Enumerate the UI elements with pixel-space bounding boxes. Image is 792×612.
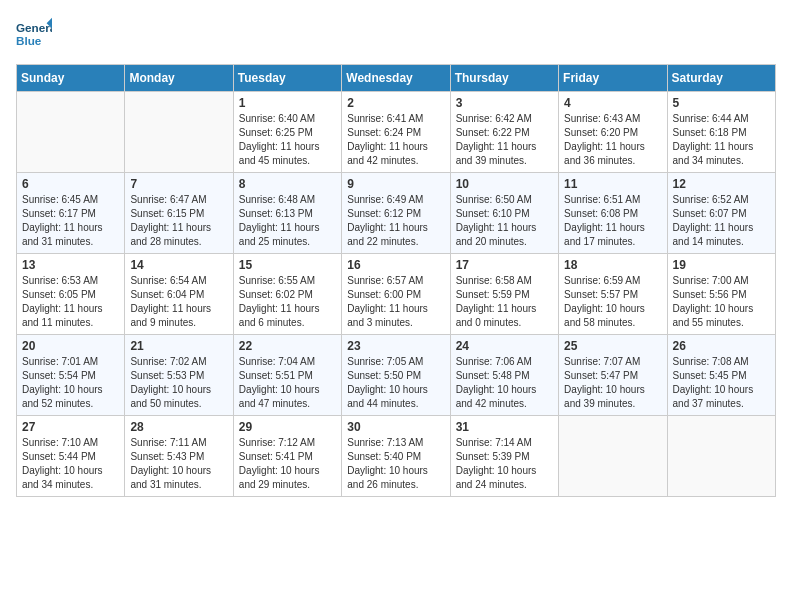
day-number: 27 bbox=[22, 420, 119, 434]
day-number: 5 bbox=[673, 96, 770, 110]
day-info: Sunrise: 6:41 AM Sunset: 6:24 PM Dayligh… bbox=[347, 112, 444, 168]
calendar-cell: 8Sunrise: 6:48 AM Sunset: 6:13 PM Daylig… bbox=[233, 173, 341, 254]
day-info: Sunrise: 6:44 AM Sunset: 6:18 PM Dayligh… bbox=[673, 112, 770, 168]
calendar-cell: 9Sunrise: 6:49 AM Sunset: 6:12 PM Daylig… bbox=[342, 173, 450, 254]
day-number: 6 bbox=[22, 177, 119, 191]
day-info: Sunrise: 6:40 AM Sunset: 6:25 PM Dayligh… bbox=[239, 112, 336, 168]
day-info: Sunrise: 7:02 AM Sunset: 5:53 PM Dayligh… bbox=[130, 355, 227, 411]
calendar-cell: 23Sunrise: 7:05 AM Sunset: 5:50 PM Dayli… bbox=[342, 335, 450, 416]
calendar-cell: 15Sunrise: 6:55 AM Sunset: 6:02 PM Dayli… bbox=[233, 254, 341, 335]
day-number: 14 bbox=[130, 258, 227, 272]
day-info: Sunrise: 7:07 AM Sunset: 5:47 PM Dayligh… bbox=[564, 355, 661, 411]
calendar-cell: 30Sunrise: 7:13 AM Sunset: 5:40 PM Dayli… bbox=[342, 416, 450, 497]
day-info: Sunrise: 6:49 AM Sunset: 6:12 PM Dayligh… bbox=[347, 193, 444, 249]
day-info: Sunrise: 6:53 AM Sunset: 6:05 PM Dayligh… bbox=[22, 274, 119, 330]
day-number: 24 bbox=[456, 339, 553, 353]
day-number: 4 bbox=[564, 96, 661, 110]
day-number: 25 bbox=[564, 339, 661, 353]
day-number: 10 bbox=[456, 177, 553, 191]
day-info: Sunrise: 6:59 AM Sunset: 5:57 PM Dayligh… bbox=[564, 274, 661, 330]
day-number: 3 bbox=[456, 96, 553, 110]
svg-text:Blue: Blue bbox=[16, 34, 42, 47]
calendar-cell: 2Sunrise: 6:41 AM Sunset: 6:24 PM Daylig… bbox=[342, 92, 450, 173]
day-of-week-header: Tuesday bbox=[233, 65, 341, 92]
day-number: 28 bbox=[130, 420, 227, 434]
day-of-week-header: Thursday bbox=[450, 65, 558, 92]
calendar-cell: 16Sunrise: 6:57 AM Sunset: 6:00 PM Dayli… bbox=[342, 254, 450, 335]
day-number: 26 bbox=[673, 339, 770, 353]
calendar-cell: 12Sunrise: 6:52 AM Sunset: 6:07 PM Dayli… bbox=[667, 173, 775, 254]
day-number: 31 bbox=[456, 420, 553, 434]
day-of-week-header: Saturday bbox=[667, 65, 775, 92]
day-number: 15 bbox=[239, 258, 336, 272]
day-number: 13 bbox=[22, 258, 119, 272]
calendar-cell bbox=[17, 92, 125, 173]
day-info: Sunrise: 6:43 AM Sunset: 6:20 PM Dayligh… bbox=[564, 112, 661, 168]
calendar-cell: 5Sunrise: 6:44 AM Sunset: 6:18 PM Daylig… bbox=[667, 92, 775, 173]
calendar-cell: 25Sunrise: 7:07 AM Sunset: 5:47 PM Dayli… bbox=[559, 335, 667, 416]
calendar-cell: 18Sunrise: 6:59 AM Sunset: 5:57 PM Dayli… bbox=[559, 254, 667, 335]
day-info: Sunrise: 7:11 AM Sunset: 5:43 PM Dayligh… bbox=[130, 436, 227, 492]
calendar-cell: 1Sunrise: 6:40 AM Sunset: 6:25 PM Daylig… bbox=[233, 92, 341, 173]
day-info: Sunrise: 7:01 AM Sunset: 5:54 PM Dayligh… bbox=[22, 355, 119, 411]
day-info: Sunrise: 6:47 AM Sunset: 6:15 PM Dayligh… bbox=[130, 193, 227, 249]
day-info: Sunrise: 6:58 AM Sunset: 5:59 PM Dayligh… bbox=[456, 274, 553, 330]
svg-text:General: General bbox=[16, 21, 52, 34]
calendar-header-row: SundayMondayTuesdayWednesdayThursdayFrid… bbox=[17, 65, 776, 92]
calendar-cell: 3Sunrise: 6:42 AM Sunset: 6:22 PM Daylig… bbox=[450, 92, 558, 173]
calendar-cell: 13Sunrise: 6:53 AM Sunset: 6:05 PM Dayli… bbox=[17, 254, 125, 335]
calendar-cell: 20Sunrise: 7:01 AM Sunset: 5:54 PM Dayli… bbox=[17, 335, 125, 416]
day-number: 1 bbox=[239, 96, 336, 110]
page-header: General Blue bbox=[16, 16, 776, 52]
day-number: 8 bbox=[239, 177, 336, 191]
calendar-cell: 21Sunrise: 7:02 AM Sunset: 5:53 PM Dayli… bbox=[125, 335, 233, 416]
day-number: 11 bbox=[564, 177, 661, 191]
day-info: Sunrise: 6:45 AM Sunset: 6:17 PM Dayligh… bbox=[22, 193, 119, 249]
calendar-cell: 22Sunrise: 7:04 AM Sunset: 5:51 PM Dayli… bbox=[233, 335, 341, 416]
day-info: Sunrise: 7:12 AM Sunset: 5:41 PM Dayligh… bbox=[239, 436, 336, 492]
day-number: 29 bbox=[239, 420, 336, 434]
day-number: 12 bbox=[673, 177, 770, 191]
day-info: Sunrise: 6:55 AM Sunset: 6:02 PM Dayligh… bbox=[239, 274, 336, 330]
logo: General Blue bbox=[16, 16, 56, 52]
logo-icon: General Blue bbox=[16, 16, 52, 52]
day-number: 2 bbox=[347, 96, 444, 110]
day-info: Sunrise: 6:57 AM Sunset: 6:00 PM Dayligh… bbox=[347, 274, 444, 330]
day-info: Sunrise: 7:10 AM Sunset: 5:44 PM Dayligh… bbox=[22, 436, 119, 492]
calendar-week-row: 6Sunrise: 6:45 AM Sunset: 6:17 PM Daylig… bbox=[17, 173, 776, 254]
day-info: Sunrise: 7:13 AM Sunset: 5:40 PM Dayligh… bbox=[347, 436, 444, 492]
calendar-cell: 26Sunrise: 7:08 AM Sunset: 5:45 PM Dayli… bbox=[667, 335, 775, 416]
day-info: Sunrise: 6:50 AM Sunset: 6:10 PM Dayligh… bbox=[456, 193, 553, 249]
day-info: Sunrise: 7:05 AM Sunset: 5:50 PM Dayligh… bbox=[347, 355, 444, 411]
calendar-cell: 28Sunrise: 7:11 AM Sunset: 5:43 PM Dayli… bbox=[125, 416, 233, 497]
day-number: 7 bbox=[130, 177, 227, 191]
day-number: 23 bbox=[347, 339, 444, 353]
calendar-week-row: 1Sunrise: 6:40 AM Sunset: 6:25 PM Daylig… bbox=[17, 92, 776, 173]
day-number: 22 bbox=[239, 339, 336, 353]
day-number: 18 bbox=[564, 258, 661, 272]
day-info: Sunrise: 7:06 AM Sunset: 5:48 PM Dayligh… bbox=[456, 355, 553, 411]
day-info: Sunrise: 6:52 AM Sunset: 6:07 PM Dayligh… bbox=[673, 193, 770, 249]
day-of-week-header: Friday bbox=[559, 65, 667, 92]
day-info: Sunrise: 7:08 AM Sunset: 5:45 PM Dayligh… bbox=[673, 355, 770, 411]
day-number: 20 bbox=[22, 339, 119, 353]
calendar-cell bbox=[559, 416, 667, 497]
day-number: 21 bbox=[130, 339, 227, 353]
calendar-cell: 17Sunrise: 6:58 AM Sunset: 5:59 PM Dayli… bbox=[450, 254, 558, 335]
calendar-cell: 7Sunrise: 6:47 AM Sunset: 6:15 PM Daylig… bbox=[125, 173, 233, 254]
calendar-cell: 29Sunrise: 7:12 AM Sunset: 5:41 PM Dayli… bbox=[233, 416, 341, 497]
day-number: 9 bbox=[347, 177, 444, 191]
day-number: 19 bbox=[673, 258, 770, 272]
day-info: Sunrise: 6:42 AM Sunset: 6:22 PM Dayligh… bbox=[456, 112, 553, 168]
day-info: Sunrise: 6:48 AM Sunset: 6:13 PM Dayligh… bbox=[239, 193, 336, 249]
day-info: Sunrise: 7:14 AM Sunset: 5:39 PM Dayligh… bbox=[456, 436, 553, 492]
calendar-cell: 4Sunrise: 6:43 AM Sunset: 6:20 PM Daylig… bbox=[559, 92, 667, 173]
day-info: Sunrise: 7:00 AM Sunset: 5:56 PM Dayligh… bbox=[673, 274, 770, 330]
day-info: Sunrise: 6:54 AM Sunset: 6:04 PM Dayligh… bbox=[130, 274, 227, 330]
calendar-cell: 27Sunrise: 7:10 AM Sunset: 5:44 PM Dayli… bbox=[17, 416, 125, 497]
day-of-week-header: Sunday bbox=[17, 65, 125, 92]
calendar-cell: 11Sunrise: 6:51 AM Sunset: 6:08 PM Dayli… bbox=[559, 173, 667, 254]
calendar-table: SundayMondayTuesdayWednesdayThursdayFrid… bbox=[16, 64, 776, 497]
calendar-cell bbox=[667, 416, 775, 497]
day-info: Sunrise: 7:04 AM Sunset: 5:51 PM Dayligh… bbox=[239, 355, 336, 411]
